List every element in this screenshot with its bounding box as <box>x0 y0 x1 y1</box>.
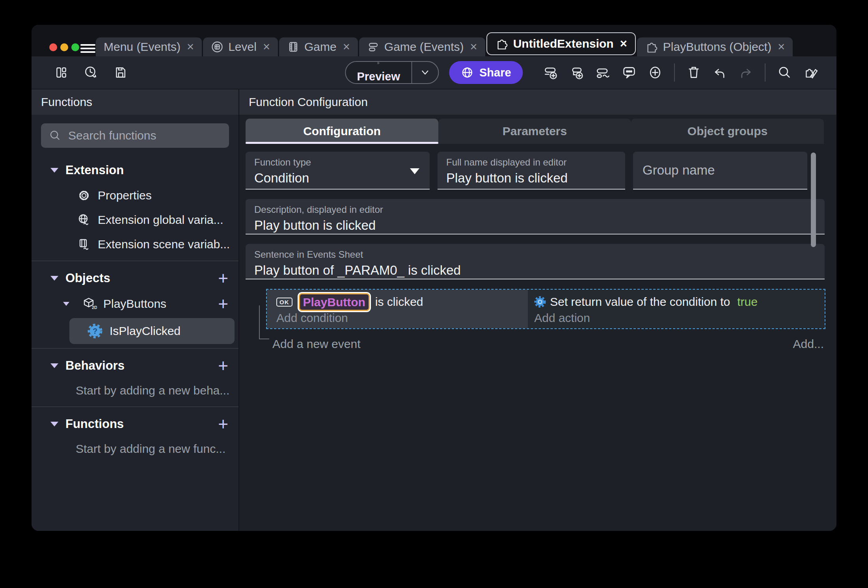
close-tab-icon[interactable]: × <box>187 40 194 54</box>
globe-icon <box>461 66 473 79</box>
comment-icon[interactable] <box>622 65 636 80</box>
add-object-button[interactable]: + <box>218 270 228 287</box>
add-more-button[interactable]: Add... <box>793 337 824 351</box>
add-other-event-icon[interactable] <box>596 65 610 80</box>
add-event-icon[interactable] <box>544 65 558 80</box>
field-label: Description, displayed in editor <box>254 204 816 215</box>
object-2d-icon: 2D <box>83 297 97 311</box>
scene-icon <box>211 41 224 53</box>
collapse-caret-icon[interactable] <box>50 363 58 368</box>
group-name-field[interactable] <box>633 152 807 190</box>
redo-icon[interactable] <box>739 65 753 80</box>
tree-item-extension-global-variables[interactable]: Extension global varia... <box>32 208 238 232</box>
section-functions[interactable]: Functions + <box>32 411 238 437</box>
svg-text:?: ? <box>93 327 97 335</box>
search-icon <box>49 129 61 142</box>
close-tab-icon[interactable]: × <box>778 40 785 54</box>
maximize-window-button[interactable] <box>71 43 79 51</box>
vertical-scrollbar-thumb[interactable] <box>811 153 816 247</box>
add-function-button[interactable]: + <box>218 415 228 433</box>
close-tab-icon[interactable]: × <box>343 40 350 54</box>
field-label: Sentence in Events Sheet <box>254 249 816 260</box>
collapse-caret-icon[interactable] <box>50 168 58 173</box>
window-controls <box>49 43 79 51</box>
tab-menu-events[interactable]: Menu (Events) × <box>96 37 202 56</box>
tree-item-isplayclicked-selected[interactable]: ? IsPlayClicked <box>69 318 235 344</box>
tab-level[interactable]: Level × <box>203 37 278 56</box>
tree-item-extension-scene-variables[interactable]: Extension scene variab... <box>32 232 238 257</box>
section-label: Functions <box>65 417 218 431</box>
search-functions-input[interactable] <box>67 128 221 143</box>
share-label: Share <box>479 66 511 79</box>
tab-game-events[interactable]: Game (Events) × <box>359 37 485 56</box>
close-window-button[interactable] <box>49 43 57 51</box>
section-behaviors[interactable]: Behaviors + <box>32 353 238 379</box>
tab-playbuttons-object[interactable]: PlayButtons (Object) × <box>637 37 793 56</box>
tab-bar: Menu (Events) × Level × Game × Game (Eve… <box>32 25 836 56</box>
close-tab-icon[interactable]: × <box>263 40 270 54</box>
tab-object-groups[interactable]: Object groups <box>631 119 824 144</box>
section-extension[interactable]: Extension <box>32 157 238 183</box>
function-type-select[interactable]: Function type Condition <box>246 152 430 190</box>
main-panel-title: Function Configuration <box>239 89 836 115</box>
tree-item-label: PlayButtons <box>103 297 212 311</box>
add-action-button[interactable]: Add action <box>534 311 818 325</box>
configuration-tabstrip: Configuration Parameters Object groups <box>246 119 824 144</box>
play-icon <box>373 62 384 64</box>
toolbar-separator <box>674 63 675 82</box>
panels-layout-icon[interactable] <box>54 66 68 79</box>
delete-icon[interactable] <box>687 65 701 80</box>
description-field[interactable]: Description, displayed in editor Play bu… <box>246 199 825 234</box>
condition-object-chip[interactable]: PlayButton <box>299 293 370 311</box>
full-name-field[interactable]: Full name displayed in editor Play butto… <box>438 152 625 190</box>
subevent-bracket <box>259 305 269 339</box>
tab-parameters[interactable]: Parameters <box>438 119 631 144</box>
tab-game[interactable]: Game × <box>279 37 358 56</box>
add-condition-button[interactable]: Add condition <box>276 311 524 325</box>
app-window: Menu (Events) × Level × Game × Game (Eve… <box>32 25 836 531</box>
minimize-window-button[interactable] <box>60 43 68 51</box>
tree-item-playbuttons[interactable]: 2D PlayButtons + <box>32 291 238 316</box>
preview-options-button[interactable] <box>412 62 438 83</box>
collapse-caret-icon[interactable] <box>50 422 58 426</box>
event-selected[interactable]: OK PlayButton is clicked Add condition S… <box>266 289 825 329</box>
save-icon[interactable] <box>114 66 127 79</box>
add-behavior-button[interactable]: + <box>218 357 228 374</box>
section-divider <box>32 406 238 407</box>
section-divider <box>32 348 238 349</box>
add-new-event-button[interactable]: Add a new event <box>272 337 361 351</box>
tab-configuration[interactable]: Configuration <box>246 119 438 144</box>
conditions-column: OK PlayButton is clicked Add condition <box>267 290 528 328</box>
sentence-field[interactable]: Sentence in Events Sheet Play button of … <box>246 244 825 279</box>
main-menu-icon[interactable] <box>80 44 95 55</box>
add-circle-icon[interactable] <box>648 65 662 80</box>
undo-icon[interactable] <box>713 65 727 80</box>
group-name-input[interactable] <box>642 162 799 178</box>
section-objects[interactable]: Objects + <box>32 265 238 291</box>
close-tab-icon[interactable]: × <box>620 37 627 51</box>
add-function-to-object-button[interactable]: + <box>218 295 228 313</box>
edit-extension-icon[interactable] <box>803 65 818 80</box>
search-icon[interactable] <box>777 65 792 80</box>
collapse-caret-icon[interactable] <box>63 302 69 306</box>
tab-untitled-extension[interactable]: UntitledExtension × <box>486 32 636 55</box>
tree-item-properties[interactable]: Properties <box>32 183 238 208</box>
global-variables-icon <box>77 213 91 227</box>
field-label: Full name displayed in editor <box>446 157 617 168</box>
dropdown-caret-icon <box>410 168 419 174</box>
functions-sidebar: Functions Extension Properties <box>32 89 239 531</box>
action-value[interactable]: true <box>737 295 758 309</box>
search-functions-box[interactable] <box>41 123 229 148</box>
collapse-caret-icon[interactable] <box>50 276 58 281</box>
close-tab-icon[interactable]: × <box>470 40 477 54</box>
condition-function-icon: ? <box>88 324 102 339</box>
add-subevent-icon[interactable] <box>570 65 584 80</box>
events-sheet: OK PlayButton is clicked Add condition S… <box>246 289 836 353</box>
toolbar: Preview Share <box>32 56 836 89</box>
tab-label: UntitledExtension <box>513 37 614 50</box>
version-history-icon[interactable] <box>84 65 98 80</box>
events-sheet-icon <box>367 41 380 53</box>
share-button[interactable]: Share <box>449 61 523 84</box>
preview-button[interactable]: Preview <box>345 61 439 84</box>
sentence-value: Play button of _PARAM0_ is clicked <box>254 263 816 278</box>
